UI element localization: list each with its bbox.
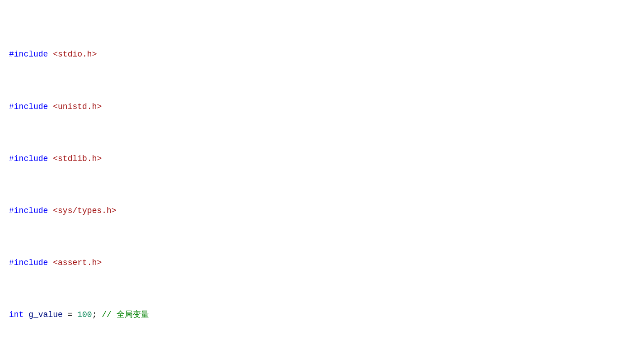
line-6: int g_value = 100; // 全局变量	[9, 308, 635, 321]
preprocessor-keyword: #include	[9, 50, 48, 59]
line-1: #include <stdio.h>	[9, 48, 635, 61]
line-2: #include <unistd.h>	[9, 100, 635, 113]
line-4: #include <sys/types.h>	[9, 204, 635, 217]
code-viewer: #include <stdio.h> #include <unistd.h> #…	[9, 9, 635, 345]
line-3: #include <stdlib.h>	[9, 152, 635, 165]
line-5: #include <assert.h>	[9, 256, 635, 269]
